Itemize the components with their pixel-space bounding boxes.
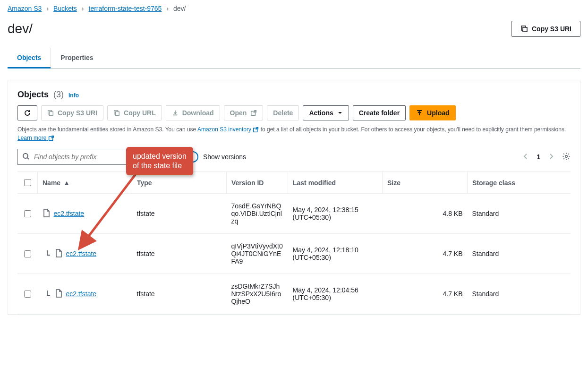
- cell-storage-class: Standard: [468, 234, 571, 274]
- chevron-right-icon: ›: [46, 5, 49, 12]
- upload-button[interactable]: Upload: [409, 105, 455, 120]
- file-icon: [55, 289, 62, 299]
- chevron-right-icon: ›: [166, 5, 169, 12]
- object-name-link[interactable]: ec2.tfstate: [54, 210, 85, 217]
- tab-properties[interactable]: Properties: [51, 48, 102, 68]
- next-page-button[interactable]: [549, 153, 554, 161]
- cell-type: tfstate: [132, 194, 227, 234]
- upload-icon: [416, 109, 423, 117]
- refresh-icon: [24, 109, 31, 117]
- chevron-right-icon: ›: [82, 5, 84, 12]
- copy-icon: [47, 110, 54, 116]
- download-button[interactable]: Download: [166, 105, 220, 120]
- cell-version-id: 7osdE.GsYrNBQqo.VIDBi.UztlCjnlzq: [227, 194, 288, 234]
- cell-version-id: qIVjP3VtiVyvdXt0Qi4JT0CNiGYnEFA9: [227, 234, 288, 274]
- row-checkbox[interactable]: [24, 291, 31, 298]
- tabs: Objects Properties: [8, 48, 580, 68]
- column-size[interactable]: Size: [383, 172, 468, 194]
- object-name-link[interactable]: ec2.tfstate: [66, 250, 97, 257]
- object-name-link[interactable]: ec2.tfstate: [66, 290, 97, 298]
- copy-url-button[interactable]: Copy URL: [107, 105, 162, 120]
- settings-button[interactable]: [562, 152, 571, 162]
- file-icon: [43, 209, 50, 219]
- external-link-icon: [48, 135, 54, 141]
- actions-dropdown[interactable]: Actions: [303, 105, 349, 120]
- open-button[interactable]: Open: [224, 105, 264, 120]
- pagination: 1: [523, 152, 571, 162]
- column-version-id[interactable]: Version ID: [227, 172, 288, 194]
- delete-button[interactable]: Delete: [267, 105, 299, 120]
- gear-icon: [562, 152, 571, 161]
- page-title: dev/: [8, 21, 33, 36]
- current-page: 1: [537, 153, 540, 161]
- select-all-header: [17, 172, 38, 194]
- file-icon: [55, 249, 62, 259]
- learn-more-link[interactable]: Learn more: [17, 135, 54, 141]
- table-row: ec2.tfstatetfstateqIVjP3VtiVyvdXt0Qi4JT0…: [17, 234, 571, 274]
- refresh-button[interactable]: [17, 105, 37, 120]
- panel-title: Objects: [17, 90, 49, 100]
- column-storage-class[interactable]: Storage class: [468, 172, 571, 194]
- caret-down-icon: [337, 110, 343, 116]
- panel-count: (3): [53, 90, 64, 100]
- cell-size: 4.7 KB: [383, 274, 468, 314]
- cell-type: tfstate: [132, 274, 227, 314]
- s3-inventory-link[interactable]: Amazon S3 inventory: [197, 126, 259, 133]
- svg-rect-3: [49, 111, 53, 115]
- breadcrumb-current: dev/: [173, 5, 186, 12]
- external-link-icon: [250, 110, 257, 116]
- info-link[interactable]: Info: [68, 92, 79, 99]
- cell-version-id: zsDGtMkrZ7SJhNtzSPxX2U5I6roQjheO: [227, 274, 288, 314]
- breadcrumb-bucket-name[interactable]: terraform-state-test-9765: [89, 5, 162, 12]
- svg-point-9: [23, 154, 28, 158]
- svg-point-10: [565, 155, 568, 157]
- title-row: dev/ Copy S3 URI: [8, 21, 580, 37]
- breadcrumb-amazon-s3[interactable]: Amazon S3: [8, 5, 42, 12]
- download-icon: [172, 110, 179, 116]
- annotation-callout: updated version of the state file: [126, 147, 193, 175]
- show-versions-label: Show versions: [203, 153, 246, 161]
- objects-panel: Objects (3) Info Copy S3 URI Copy URL Do…: [8, 80, 580, 315]
- search-row: Show versions 1: [17, 149, 571, 165]
- table-row: ec2.tfstatetfstatezsDGtMkrZ7SJhNtzSPxX2U…: [17, 274, 571, 314]
- cell-last-modified: May 4, 2024, 12:18:10 (UTC+05:30): [288, 234, 383, 274]
- breadcrumbs: Amazon S3 › Buckets › terraform-state-te…: [8, 5, 580, 12]
- sort-asc-icon: ▲: [63, 179, 70, 187]
- row-checkbox[interactable]: [24, 250, 31, 257]
- copy-icon: [113, 110, 120, 116]
- cell-storage-class: Standard: [468, 274, 571, 314]
- breadcrumb-buckets[interactable]: Buckets: [53, 5, 77, 12]
- copy-s3-uri-toolbar-button[interactable]: Copy S3 URI: [41, 105, 103, 120]
- version-indicator-icon: [46, 290, 51, 298]
- select-all-checkbox[interactable]: [24, 179, 31, 186]
- version-indicator-icon: [46, 250, 51, 258]
- prev-page-button[interactable]: [523, 153, 528, 161]
- copy-icon: [520, 25, 528, 33]
- cell-last-modified: May 4, 2024, 12:38:15 (UTC+05:30): [288, 194, 383, 234]
- cell-size: 4.8 KB: [383, 194, 468, 234]
- table-row: ec2.tfstatetfstate7osdE.GsYrNBQqo.VIDBi.…: [17, 194, 571, 234]
- cell-last-modified: May 4, 2024, 12:04:56 (UTC+05:30): [288, 274, 383, 314]
- cell-storage-class: Standard: [468, 194, 571, 234]
- svg-rect-1: [523, 27, 527, 32]
- search-icon: [22, 153, 30, 162]
- external-link-icon: [253, 127, 259, 133]
- column-name[interactable]: Name▲: [38, 172, 132, 194]
- tab-objects[interactable]: Objects: [8, 48, 51, 68]
- panel-description: Objects are the fundamental entities sto…: [17, 125, 571, 142]
- copy-s3-uri-button[interactable]: Copy S3 URI: [511, 21, 580, 37]
- objects-table: Name▲ Type Version ID Last modified Size…: [17, 171, 571, 314]
- toolbar: Copy S3 URI Copy URL Download Open Delet…: [17, 105, 571, 120]
- panel-header: Objects (3) Info: [17, 90, 571, 100]
- svg-rect-5: [115, 111, 119, 115]
- cell-type: tfstate: [132, 234, 227, 274]
- create-folder-button[interactable]: Create folder: [353, 105, 406, 120]
- row-checkbox[interactable]: [24, 210, 31, 217]
- cell-size: 4.7 KB: [383, 234, 468, 274]
- column-last-modified[interactable]: Last modified: [288, 172, 383, 194]
